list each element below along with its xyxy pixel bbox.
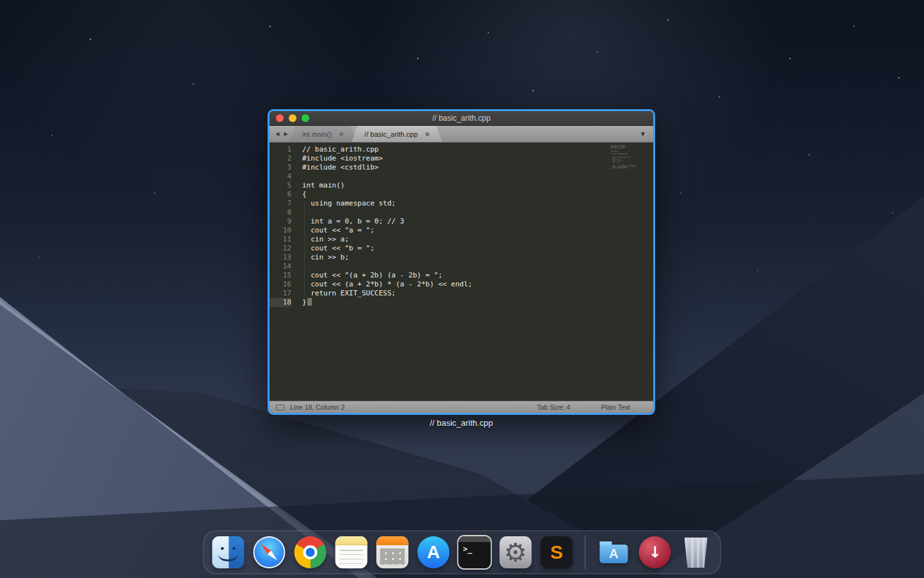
code-line: 8 <box>270 208 653 217</box>
line-number: 11 <box>270 235 291 244</box>
forward-arrow-icon[interactable]: ▶ <box>284 131 288 137</box>
code-editor[interactable]: 1// basic_arith.cpp2#include <iostream>3… <box>270 143 653 401</box>
title-bar[interactable]: // basic_arith.cpp <box>270 111 653 126</box>
tab-label: int main() <box>302 130 332 138</box>
code-text: return EXIT_SUCCESS; <box>291 289 396 298</box>
close-button[interactable] <box>276 114 284 122</box>
code-line: 3#include <cstdlib> <box>270 163 653 172</box>
tab-size-button[interactable]: Tab Size: 4 <box>537 403 570 411</box>
line-number: 12 <box>270 244 291 253</box>
dock-separator <box>585 536 586 569</box>
status-bar: Line 18, Column 2 Tab Size: 4 Plain Text <box>270 401 653 413</box>
line-number: 13 <box>270 253 291 262</box>
chrome-icon[interactable] <box>295 536 327 568</box>
code-line: 5int main() <box>270 181 653 190</box>
file-caption: // basic_arith.cpp <box>268 418 655 428</box>
code-line: 15 cout << "(a + 2b) (a - 2b) = "; <box>270 271 653 280</box>
back-arrow-icon[interactable]: ◀ <box>275 131 279 137</box>
code-text: cin >> b; <box>291 253 349 262</box>
line-number: 15 <box>270 271 291 280</box>
tab-label: // basic_arith.cpp <box>364 130 418 138</box>
notes-icon[interactable] <box>336 536 368 568</box>
finder-icon[interactable] <box>212 536 244 568</box>
modified-dot-icon <box>425 132 429 136</box>
code-line: 16 cout << (a + 2*b) * (a - 2*b) << endl… <box>270 280 653 289</box>
safari-icon[interactable] <box>253 536 286 568</box>
code-line: 13 cin >> b; <box>270 253 653 262</box>
line-number: 16 <box>270 280 291 289</box>
code-line: 18} <box>270 298 653 307</box>
code-line: 12 cout << "b = "; <box>270 244 653 253</box>
code-line: 7 using namespace std; <box>270 199 653 208</box>
system-preferences-icon[interactable] <box>500 536 532 568</box>
status-right: Tab Size: 4 Plain Text <box>537 403 647 411</box>
trash-icon[interactable] <box>680 536 712 568</box>
line-number: 6 <box>270 190 291 199</box>
code-line: 11 cin >> a; <box>270 235 653 244</box>
sublime-text-icon[interactable] <box>541 536 573 568</box>
window-title: // basic_arith.cpp <box>270 114 653 123</box>
line-number: 10 <box>270 226 291 235</box>
code-text <box>291 208 302 217</box>
tab-overflow-icon[interactable]: ▼ <box>640 126 653 142</box>
line-number: 4 <box>270 172 291 181</box>
desktop: // basic_arith.cpp ◀ ▶ int main()// basi… <box>0 0 924 578</box>
code-line: 4 <box>270 172 653 181</box>
app-store-icon[interactable] <box>418 536 450 568</box>
tab-strip: ◀ ▶ int main()// basic_arith.cpp ▼ <box>270 126 653 143</box>
code-text: int a = 0, b = 0; // 3 <box>291 217 404 226</box>
modified-dot-icon <box>339 132 343 136</box>
line-number: 17 <box>270 289 291 298</box>
editor-tab[interactable]: int main() <box>289 126 356 142</box>
code-text <box>291 172 302 181</box>
code-text: cin >> a; <box>291 235 349 244</box>
calculator-icon[interactable] <box>377 536 409 568</box>
line-number: 5 <box>270 181 291 190</box>
code-line: 9 int a = 0, b = 0; // 3 <box>270 217 653 226</box>
stars <box>0 0 1 1</box>
code-text: int main() <box>291 181 345 190</box>
code-line: 2#include <iostream> <box>270 154 653 163</box>
code-line: 1// basic_arith.cpp <box>270 145 653 154</box>
code-line: 6{ <box>270 190 653 199</box>
line-number: 18 <box>270 298 291 307</box>
indent-guide <box>304 202 305 298</box>
code-lines: 1// basic_arith.cpp2#include <iostream>3… <box>270 145 653 307</box>
line-number: 7 <box>270 199 291 208</box>
text-cursor <box>307 298 312 306</box>
line-number: 9 <box>270 217 291 226</box>
line-number: 14 <box>270 262 291 271</box>
applications-folder-icon[interactable] <box>598 536 630 568</box>
syntax-button[interactable]: Plain Text <box>601 403 630 411</box>
editor-window: // basic_arith.cpp ◀ ▶ int main()// basi… <box>268 109 655 415</box>
tab-strip-tabs: int main()// basic_arith.cpp <box>294 126 442 142</box>
terminal-icon[interactable] <box>459 536 491 568</box>
code-text: cout << (a + 2*b) * (a - 2*b) << endl; <box>291 280 472 289</box>
code-text: { <box>291 190 307 199</box>
zoom-button[interactable] <box>302 114 309 122</box>
minimap[interactable]: // basic_arith.cpp #include <iostream> #… <box>611 144 637 173</box>
code-text: } <box>291 298 312 307</box>
code-text: #include <iostream> <box>291 154 383 163</box>
cursor-position: Line 18, Column 2 <box>290 403 345 411</box>
traffic-lights <box>276 114 309 122</box>
line-number: 8 <box>270 208 291 217</box>
editor-tab[interactable]: // basic_arith.cpp <box>352 126 442 142</box>
code-text: cout << "(a + 2b) (a - 2b) = "; <box>291 271 443 280</box>
tab-nav: ◀ ▶ <box>270 126 294 142</box>
dock <box>203 530 721 574</box>
code-text: // basic_arith.cpp <box>291 145 379 154</box>
line-number: 1 <box>270 145 291 154</box>
code-line: 10 cout << "a = "; <box>270 226 653 235</box>
line-number: 2 <box>270 154 291 163</box>
code-text <box>291 262 302 271</box>
status-panel-icon[interactable] <box>276 405 284 410</box>
code-text: #include <cstdlib> <box>291 163 379 172</box>
minimize-button[interactable] <box>289 114 296 122</box>
code-text: using namespace std; <box>291 199 396 208</box>
line-number: 3 <box>270 163 291 172</box>
code-line: 17 return EXIT_SUCCESS; <box>270 289 653 298</box>
code-line: 14 <box>270 262 653 271</box>
red-circle-app-icon[interactable] <box>639 536 671 568</box>
